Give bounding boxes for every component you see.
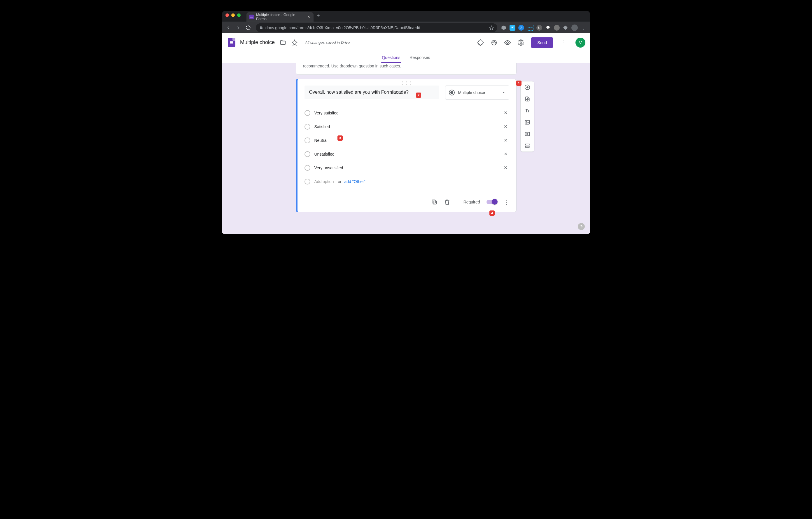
svg-rect-13 (432, 200, 435, 203)
add-other-button[interactable]: add "Other" (344, 179, 365, 184)
browser-window: Multiple choice - Google Forms × + docs.… (222, 11, 590, 234)
question-more-button[interactable]: ⋮ (503, 198, 509, 206)
radio-icon (304, 110, 310, 116)
svg-point-8 (494, 41, 495, 42)
extension-icon[interactable]: ◎ (518, 25, 524, 31)
window-close-button[interactable] (226, 13, 229, 17)
preview-button[interactable] (504, 39, 511, 46)
browser-tab[interactable]: Multiple choice - Google Forms × (246, 12, 314, 22)
nav-back-button[interactable] (224, 24, 232, 32)
option-label[interactable]: Very unsatisfied (314, 165, 498, 170)
forms-app: Multiple choice All changes saved in Dri… (222, 33, 590, 234)
add-question-button[interactable] (524, 84, 531, 91)
option-label[interactable]: Unsatisfied (314, 152, 498, 157)
duplicate-button[interactable] (431, 199, 437, 205)
addons-button[interactable] (477, 39, 484, 46)
document-title[interactable]: Multiple choice (240, 39, 275, 46)
required-label: Required (463, 200, 480, 204)
save-status-text: All changes saved in Drive (305, 40, 350, 45)
extension-icon[interactable]: NEW (527, 25, 533, 31)
settings-button[interactable] (517, 39, 524, 46)
drag-handle-icon[interactable]: ⋮⋮⋮ (401, 81, 413, 85)
tab-responses[interactable]: Responses (409, 55, 431, 63)
question-type-label: Multiple choice (458, 90, 485, 95)
question-card[interactable]: ⋮⋮⋮ Multiple choice Very satisfied (296, 79, 517, 212)
forms-favicon (250, 15, 254, 19)
browser-toolbar: docs.google.com/forms/d/1eO3LXima_v0nj2O… (222, 22, 590, 33)
remove-option-button[interactable]: × (502, 123, 509, 130)
window-minimize-button[interactable] (231, 13, 235, 17)
option-row[interactable]: Very satisfied × (304, 106, 509, 120)
add-title-button[interactable] (524, 107, 531, 114)
callout-badge: 4 (489, 211, 495, 216)
nav-reload-button[interactable] (244, 24, 252, 32)
extension-icon[interactable]: U (536, 25, 542, 31)
theme-button[interactable] (491, 39, 498, 46)
profile-avatar-icon[interactable] (571, 25, 578, 31)
tab-close-button[interactable]: × (307, 15, 311, 19)
option-label[interactable]: Satisfied (314, 124, 498, 129)
form-description-text: recommended. Use dropdown question in su… (303, 64, 401, 68)
svg-rect-4 (230, 42, 233, 43)
radio-icon (304, 179, 310, 185)
star-button[interactable] (291, 39, 298, 46)
svg-point-9 (495, 42, 496, 43)
extension-icon[interactable] (501, 25, 506, 31)
svg-rect-0 (250, 16, 253, 16)
add-video-button[interactable] (524, 131, 531, 137)
move-to-folder-button[interactable] (280, 39, 286, 46)
svg-point-16 (526, 121, 527, 122)
account-avatar[interactable]: V (576, 38, 585, 48)
extensions-menu-icon[interactable] (562, 25, 569, 31)
bookmark-star-icon[interactable] (489, 25, 494, 30)
send-button[interactable]: Send (531, 37, 553, 48)
remove-option-button[interactable]: × (502, 109, 509, 116)
radio-icon (304, 165, 310, 171)
radio-icon (304, 137, 310, 143)
or-text: or (338, 179, 341, 184)
add-section-button[interactable] (524, 142, 531, 149)
radio-icon (304, 151, 310, 157)
more-menu-button[interactable]: ⋮ (560, 39, 567, 46)
import-questions-button[interactable] (524, 95, 531, 103)
header-actions: Send ⋮ V (477, 37, 585, 48)
floating-toolbar (520, 81, 534, 152)
radio-icon (449, 90, 455, 95)
browser-menu-button[interactable]: ⋮ (581, 25, 586, 31)
new-tab-button[interactable]: + (314, 11, 323, 22)
question-type-select[interactable]: Multiple choice (445, 85, 509, 100)
required-toggle[interactable] (487, 200, 497, 204)
option-row[interactable]: Unsatisfied × (304, 147, 509, 161)
window-zoom-button[interactable] (237, 13, 241, 17)
callout-badge: 1 (516, 81, 522, 86)
chevron-down-icon (502, 91, 505, 94)
help-button[interactable]: ? (578, 223, 585, 230)
remove-option-button[interactable]: × (502, 137, 509, 144)
browser-extension-icons: ✉ ◎ NEW U 💬 ⋮ (501, 25, 588, 31)
window-controls (224, 13, 243, 19)
form-description-card[interactable]: recommended. Use dropdown question in su… (296, 63, 517, 75)
address-bar[interactable]: docs.google.com/forms/d/1eO3LXima_v0nj2O… (256, 23, 497, 32)
callout-badge: 2 (416, 92, 421, 98)
remove-option-button[interactable]: × (502, 164, 509, 171)
delete-button[interactable] (444, 199, 450, 205)
question-footer: Required ⋮ (304, 193, 509, 212)
add-image-button[interactable] (524, 119, 531, 126)
nav-forward-button[interactable] (234, 24, 242, 32)
forms-logo-icon[interactable] (228, 38, 235, 47)
add-option-button[interactable]: Add option (314, 179, 334, 184)
or-text (336, 179, 337, 184)
extension-icon[interactable]: ✉ (510, 25, 515, 31)
option-row[interactable]: Satisfied × (304, 120, 509, 133)
extension-icon[interactable] (554, 25, 560, 31)
app-header: Multiple choice All changes saved in Dri… (222, 33, 590, 52)
option-label[interactable]: Very satisfied (314, 111, 498, 115)
remove-option-button[interactable]: × (502, 151, 509, 157)
tab-questions[interactable]: Questions (381, 55, 401, 63)
svg-point-7 (493, 42, 493, 42)
option-row[interactable]: Neutral × (304, 133, 509, 147)
svg-rect-2 (250, 18, 253, 18)
option-row[interactable]: Very unsatisfied × (304, 161, 509, 174)
form-canvas: recommended. Use dropdown question in su… (222, 63, 590, 234)
extension-icon[interactable]: 💬 (545, 25, 551, 31)
